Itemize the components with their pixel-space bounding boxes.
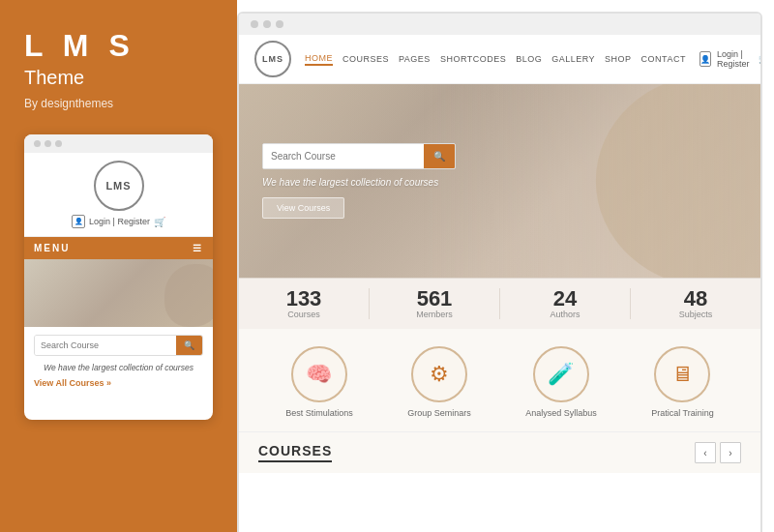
- mobile-search-area: 🔍: [24, 327, 213, 360]
- stat-members: 561 Members: [370, 288, 500, 319]
- mobile-view-all-link[interactable]: View All Courses »: [24, 375, 213, 391]
- feature-group-seminars: ⚙ Group Seminars: [407, 346, 471, 418]
- stats-bar: 133 Courses 561 Members 24 Authors 48 Su…: [239, 278, 760, 329]
- mobile-menu-bar[interactable]: MENU ☰: [24, 237, 213, 259]
- site-nav: LMS HOME COURSES PAGES SHORTCODES BLOG G…: [239, 35, 760, 84]
- hero-view-courses-button[interactable]: View Courses: [262, 197, 344, 219]
- mobile-search-input[interactable]: [35, 336, 176, 355]
- nav-user-icon: 👤: [700, 51, 711, 67]
- site-nav-right: 👤 Login | Register 🛒: [700, 49, 760, 69]
- mobile-search-box: 🔍: [34, 335, 203, 356]
- mobile-logo: LMS: [94, 161, 144, 211]
- desktop-site: LMS HOME COURSES PAGES SHORTCODES BLOG G…: [239, 35, 760, 532]
- mobile-cart-icon: 🛒: [154, 217, 165, 227]
- hero-content: 🔍 We have the largest collection of cour…: [239, 124, 479, 238]
- site-nav-links: HOME COURSES PAGES SHORTCODES BLOG GALLE…: [305, 53, 686, 66]
- feature-stimulations-icon: 🧠: [291, 346, 347, 402]
- mobile-search-button[interactable]: 🔍: [176, 336, 202, 355]
- stat-courses-label: Courses: [287, 310, 320, 319]
- stat-courses-number: 133: [286, 288, 322, 310]
- mobile-dot-2: [45, 140, 51, 147]
- feature-training-icon: 🖥: [654, 346, 710, 402]
- mobile-hero-image: [24, 259, 213, 327]
- mobile-auth-text: Login | Register: [89, 217, 150, 226]
- mobile-header: LMS 👤 Login | Register 🛒: [24, 153, 213, 237]
- mobile-auth-bar: 👤 Login | Register 🛒: [72, 215, 165, 228]
- site-hero: 🔍 We have the largest collection of cour…: [239, 84, 760, 278]
- nav-link-shop[interactable]: SHOP: [605, 54, 632, 64]
- feature-analysed-syllabus: 🧪 Analysed Syllabus: [525, 346, 597, 418]
- right-panel: LMS HOME COURSES PAGES SHORTCODES BLOG G…: [237, 12, 762, 532]
- nav-link-pages[interactable]: PAGES: [399, 54, 431, 64]
- stat-subjects-number: 48: [684, 288, 707, 310]
- hero-search-box: 🔍: [262, 143, 456, 169]
- feature-syllabus-label: Analysed Syllabus: [525, 408, 597, 418]
- mobile-browser-dots: [24, 134, 213, 153]
- stat-subjects: 48 Subjects: [631, 288, 760, 319]
- features-section: 🧠 Best Stimulations ⚙ Group Seminars 🧪 A…: [239, 329, 760, 432]
- feature-best-stimulations: 🧠 Best Stimulations: [285, 346, 353, 418]
- mobile-menu-label: MENU: [34, 243, 70, 253]
- stat-authors: 24 Authors: [500, 288, 631, 319]
- brand-by: By designthemes: [24, 97, 113, 110]
- stat-authors-number: 24: [553, 288, 577, 310]
- feature-training-label: Pratical Training: [651, 408, 714, 418]
- nav-link-courses[interactable]: COURSES: [342, 54, 389, 64]
- feature-seminars-icon: ⚙: [411, 346, 467, 402]
- mobile-hamburger-icon: ☰: [193, 243, 203, 253]
- nav-link-blog[interactable]: BLOG: [516, 54, 542, 64]
- mobile-dot-3: [55, 140, 62, 147]
- mobile-mockup: LMS 👤 Login | Register 🛒 MENU ☰ 🔍 We hav…: [24, 134, 213, 420]
- nav-auth-text[interactable]: Login | Register: [717, 49, 754, 69]
- nav-link-home[interactable]: HOME: [305, 53, 333, 66]
- feature-seminars-label: Group Seminars: [407, 408, 471, 418]
- mobile-user-icon: 👤: [72, 215, 85, 228]
- browser-dot-3: [276, 20, 283, 28]
- courses-section-title: COURSES: [258, 443, 332, 462]
- browser-dot-1: [251, 20, 258, 28]
- stat-members-label: Members: [416, 310, 453, 319]
- nav-link-contact[interactable]: CONTACT: [641, 54, 686, 64]
- nav-cart-icon: 🛒: [759, 54, 760, 64]
- feature-stimulations-label: Best Stimulations: [285, 408, 353, 418]
- feature-pratical-training: 🖥 Pratical Training: [651, 346, 714, 418]
- mobile-tagline: We have the largest collection of course…: [24, 360, 213, 375]
- feature-syllabus-icon: 🧪: [533, 346, 589, 402]
- nav-link-shortcodes[interactable]: SHORTCODES: [440, 54, 506, 64]
- stat-subjects-label: Subjects: [679, 310, 713, 319]
- mobile-dot-1: [34, 140, 41, 147]
- brand-title: L M S: [24, 29, 135, 63]
- courses-section: COURSES ‹ ›: [239, 432, 760, 473]
- courses-next-button[interactable]: ›: [720, 442, 741, 463]
- hero-tagline: We have the largest collection of course…: [262, 177, 456, 188]
- hero-search-input[interactable]: [263, 144, 424, 168]
- stat-members-number: 561: [417, 288, 453, 310]
- courses-nav-arrows: ‹ ›: [695, 442, 741, 463]
- stat-courses: 133 Courses: [239, 288, 370, 319]
- browser-dot-2: [263, 20, 271, 28]
- browser-bar: [239, 14, 760, 35]
- hero-search-button[interactable]: 🔍: [424, 144, 455, 168]
- site-logo: LMS: [254, 41, 291, 77]
- brand-subtitle: Theme: [24, 67, 84, 89]
- stat-authors-label: Authors: [550, 310, 580, 319]
- nav-link-gallery[interactable]: GALLERY: [551, 54, 595, 64]
- left-panel: L M S Theme By designthemes LMS 👤 Login …: [0, 0, 237, 532]
- courses-prev-button[interactable]: ‹: [695, 442, 716, 463]
